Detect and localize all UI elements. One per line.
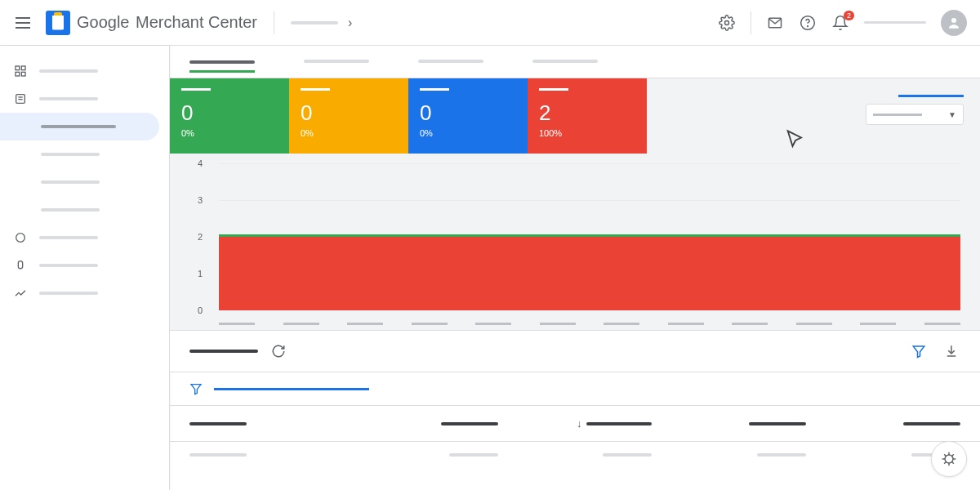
status-card-0[interactable]: 00% bbox=[170, 78, 289, 154]
dashboard-area: 00%00%00%2100% ▼ 01234 bbox=[170, 78, 980, 330]
filter-row[interactable] bbox=[170, 372, 980, 406]
sort-down-icon: ↓ bbox=[577, 417, 582, 430]
chevron-down-icon: ▼ bbox=[948, 110, 956, 119]
breadcrumb[interactable]: › bbox=[291, 16, 352, 30]
menu-icon[interactable] bbox=[13, 13, 33, 33]
notifications-icon[interactable]: 2 bbox=[831, 14, 849, 32]
table-col-2[interactable] bbox=[344, 417, 498, 430]
issues-toolbar bbox=[170, 330, 980, 372]
status-card-2[interactable]: 00% bbox=[408, 78, 528, 154]
svg-line-23 bbox=[951, 461, 954, 464]
svg-line-22 bbox=[944, 454, 947, 457]
svg-rect-8 bbox=[21, 72, 25, 76]
refresh-icon[interactable] bbox=[270, 342, 287, 360]
svg-rect-5 bbox=[16, 66, 20, 70]
account-avatar[interactable] bbox=[941, 10, 967, 36]
tab-4[interactable] bbox=[532, 60, 598, 65]
status-card-1[interactable]: 00% bbox=[289, 78, 408, 154]
svg-marker-14 bbox=[913, 346, 924, 358]
svg-rect-13 bbox=[18, 261, 22, 269]
download-icon[interactable] bbox=[942, 342, 960, 360]
sidebar-sub-item-3[interactable] bbox=[0, 196, 169, 224]
sidebar-item-performance[interactable] bbox=[0, 279, 169, 307]
table-header: ↓ bbox=[170, 406, 980, 442]
tab-3[interactable] bbox=[418, 60, 483, 65]
svg-rect-6 bbox=[21, 66, 25, 70]
sidebar-item-overview[interactable] bbox=[0, 57, 169, 85]
sidebar-item-growth[interactable] bbox=[0, 224, 169, 252]
filter-link[interactable] bbox=[214, 388, 369, 390]
table-col-5[interactable] bbox=[806, 417, 960, 430]
table-col-4[interactable] bbox=[652, 417, 806, 430]
tab-bar bbox=[170, 46, 980, 78]
sidebar-sub-item-2[interactable] bbox=[0, 168, 169, 196]
sidebar bbox=[0, 46, 170, 490]
status-card-3[interactable]: 2100% bbox=[528, 78, 647, 154]
svg-line-24 bbox=[944, 461, 947, 464]
status-chart: 01234 bbox=[170, 154, 980, 330]
svg-point-3 bbox=[808, 25, 808, 26]
circle-icon bbox=[13, 230, 28, 245]
svg-line-25 bbox=[951, 454, 954, 457]
svg-point-12 bbox=[16, 234, 25, 243]
chevron-right-icon: › bbox=[348, 16, 352, 30]
mouse-icon bbox=[13, 258, 28, 273]
help-icon[interactable] bbox=[799, 14, 817, 32]
svg-point-0 bbox=[725, 20, 729, 24]
sidebar-sub-item-1[interactable] bbox=[0, 140, 169, 168]
dashboard-icon bbox=[13, 64, 28, 78]
merchant-center-logo bbox=[46, 11, 70, 35]
destination-dropdown[interactable]: ▼ bbox=[866, 104, 964, 125]
filter-funnel-icon bbox=[189, 382, 203, 395]
sidebar-item-marketing[interactable] bbox=[0, 252, 169, 279]
sidebar-item-products[interactable] bbox=[0, 85, 169, 113]
tab-2[interactable] bbox=[304, 60, 369, 65]
svg-rect-7 bbox=[16, 72, 20, 76]
svg-point-4 bbox=[951, 18, 956, 23]
mail-icon[interactable] bbox=[766, 14, 784, 32]
tab-1[interactable] bbox=[189, 51, 255, 73]
chart-line-icon bbox=[13, 286, 28, 301]
table-col-3[interactable]: ↓ bbox=[498, 417, 653, 430]
table-row[interactable] bbox=[170, 442, 980, 468]
main-content: 00%00%00%2100% ▼ 01234 bbox=[170, 46, 980, 490]
table-col-1[interactable] bbox=[189, 417, 344, 430]
filter-icon[interactable] bbox=[910, 342, 928, 360]
sidebar-item-diagnostics[interactable] bbox=[0, 113, 159, 140]
brand-title: Google Merchant Center bbox=[77, 13, 257, 32]
svg-marker-16 bbox=[191, 385, 201, 394]
feedback-fab[interactable] bbox=[931, 441, 967, 477]
app-header: Google Merchant Center › 2 bbox=[0, 0, 980, 46]
list-icon bbox=[13, 91, 28, 106]
settings-icon[interactable] bbox=[718, 14, 736, 32]
status-cards: 00%00%00%2100% bbox=[170, 78, 980, 154]
destination-indicator bbox=[898, 95, 964, 97]
notification-badge: 2 bbox=[844, 11, 854, 21]
